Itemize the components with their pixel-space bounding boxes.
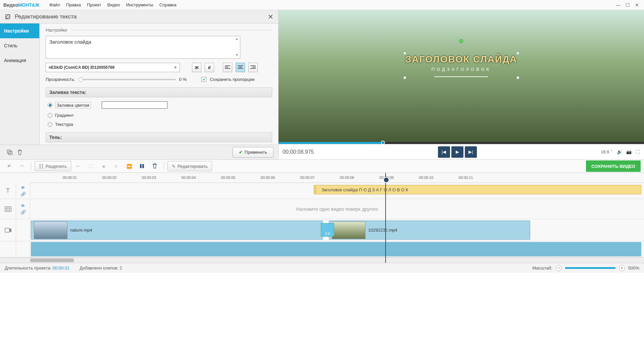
maximize-button[interactable]: ☐ [624, 1, 631, 9]
resize-handle-se[interactable] [516, 77, 519, 79]
text-track-icon: T [0, 183, 16, 199]
overlay-track: 👁 🔗 Наложите одно видео поверх другого [0, 199, 644, 219]
text-editor-dialog: Редактирование текста ✕ Настройки Стиль … [0, 10, 279, 159]
track-link-icon[interactable]: 🔗 [20, 192, 26, 197]
timeline-scrollbar[interactable] [0, 257, 644, 263]
svg-rect-2 [9, 151, 12, 155]
aspect-ratio-select[interactable]: 16:9 ˅ [601, 149, 613, 154]
scrollbar-thumb[interactable] [30, 258, 74, 262]
timeline-ruler[interactable]: 00:00:01 00:00:02 00:00:03 00:00:04 00:0… [30, 173, 644, 183]
align-left-button[interactable] [223, 63, 232, 72]
menu-video[interactable]: Видео [107, 2, 120, 7]
snapshot-icon[interactable]: 📷 [626, 149, 632, 154]
save-video-button[interactable]: СОХРАНИТЬ ВИДЕО [586, 160, 641, 172]
keep-aspect-checkbox[interactable]: ✔ [201, 77, 206, 82]
italic-button[interactable]: К [205, 63, 214, 72]
fill-color-label: Заливка цветом [55, 102, 91, 108]
volume-icon[interactable]: 🔊 [617, 149, 622, 154]
tab-settings[interactable]: Настройки [0, 23, 39, 38]
apply-button[interactable]: ✔ Применить [233, 147, 274, 158]
fill-color-swatch[interactable] [102, 101, 167, 109]
tab-style[interactable]: Стиль [0, 38, 39, 53]
zoom-in-button[interactable]: + [619, 265, 625, 271]
scroll-down-icon[interactable]: ▼ [235, 53, 239, 58]
tick: 00:00:08 [340, 176, 354, 180]
edit-icon [5, 14, 11, 20]
track-visibility-icon[interactable]: 👁 [21, 203, 25, 208]
fill-color-radio[interactable] [48, 103, 52, 107]
rotate-handle[interactable] [459, 39, 463, 43]
preview-pane: ЗАГОЛОВОК СЛАЙДА ПОДЗАГОЛОВОК 00:00:08.9… [279, 10, 644, 159]
minimize-button[interactable]: — [614, 1, 622, 9]
text-clip-label: Заголовок слайда П О Д З А Г О Л О В О К [321, 187, 408, 192]
chevron-down-icon: ▼ [174, 65, 178, 70]
menu-edit[interactable]: Правка [66, 2, 81, 7]
edit-clip-button[interactable]: ✎ Редактировать [167, 161, 212, 171]
resize-handle-ne[interactable] [516, 52, 519, 55]
next-frame-button[interactable]: ▶| [465, 146, 477, 158]
play-button[interactable]: ▶ [451, 146, 463, 158]
preview-timecode: 00:00:08.975 [283, 149, 314, 155]
main-menu: Файл Правка Проект Видео Инструменты Спр… [49, 2, 177, 7]
align-center-button[interactable] [236, 63, 245, 72]
opacity-slider[interactable] [79, 79, 176, 80]
clips-count: Добавлено клипов: 2 [80, 265, 122, 271]
undo-button[interactable]: ↶ [3, 161, 15, 171]
fill-gradient-radio[interactable] [48, 113, 52, 118]
apply-label: Применить [245, 150, 267, 155]
scroll-up-icon[interactable]: ▲ [235, 37, 239, 42]
preview-progress[interactable] [279, 142, 644, 144]
timeline-delete-button[interactable] [149, 161, 160, 171]
zoom-out-button[interactable]: − [556, 265, 562, 271]
tick: 00:00:02 [102, 176, 117, 180]
transition-block[interactable]: 2.0 [321, 223, 334, 237]
clip-thumbnail [34, 222, 67, 239]
menu-tools[interactable]: Инструменты [126, 2, 153, 7]
resize-handle-sw[interactable] [403, 77, 406, 79]
preview-video[interactable]: ЗАГОЛОВОК СЛАЙДА ПОДЗАГОЛОВОК [279, 10, 644, 142]
zoom-slider[interactable] [565, 267, 615, 269]
dialog-close-button[interactable]: ✕ [268, 13, 274, 21]
bold-button[interactable]: Ж [192, 63, 201, 72]
tick: 00:00:03 [142, 176, 156, 180]
video-track: nature.mp4 2.0 10292232.mp4 [0, 219, 644, 241]
video-track-icon [0, 219, 16, 241]
clip-name: 10292232.mp4 [368, 228, 397, 233]
text-clip[interactable]: Заголовок слайда П О Д З А Г О Л О В О К [314, 185, 641, 194]
track-visibility-icon[interactable]: 👁 [21, 185, 25, 190]
video-clip-1[interactable]: nature.mp4 [31, 220, 323, 240]
duplicate-button[interactable] [5, 147, 15, 157]
menu-help[interactable]: Справка [159, 2, 177, 7]
clip-drag-handle[interactable] [315, 186, 317, 193]
timeline: 00:00:01 00:00:02 00:00:03 00:00:04 00:0… [0, 173, 644, 263]
resize-handle-nw[interactable] [403, 52, 406, 55]
fullscreen-icon[interactable]: ⛶ [636, 149, 640, 154]
statusbar: Длительность проекта: 00:00:31 Добавлено… [0, 263, 644, 273]
tab-animation[interactable]: Анимация [0, 53, 39, 68]
font-select[interactable]: nESkiD (ComiCA BD) ID120055769 ▼ [46, 63, 180, 72]
preview-title-sub: ПОДЗАГОЛОВОК [405, 67, 517, 72]
audio-waveform[interactable] [31, 242, 641, 256]
clip-name: nature.mp4 [70, 228, 92, 233]
pencil-icon: ✎ [172, 164, 176, 169]
split-button[interactable]: ⎮⎮ Разделить [35, 161, 71, 171]
track-link-icon[interactable]: 🔗 [20, 210, 26, 215]
tick: 00:00:10 [419, 176, 434, 180]
align-right-button[interactable] [248, 63, 258, 72]
menu-file[interactable]: Файл [49, 2, 60, 7]
redo-button: ↷ [16, 161, 28, 171]
prev-frame-button[interactable]: |◀ [438, 146, 450, 158]
close-window-button[interactable]: ✕ [633, 1, 641, 9]
dialog-title: Редактирование текста [15, 13, 77, 20]
tick: 00:00:06 [261, 176, 275, 180]
title-text-input[interactable]: Заголовок слайда ▲ ▼ [46, 36, 240, 59]
delete-button[interactable] [15, 147, 25, 157]
video-clip-2[interactable]: 10292232.mp4 [329, 220, 530, 240]
effects-button[interactable] [136, 161, 148, 171]
menu-project[interactable]: Проект [87, 2, 101, 7]
playhead[interactable] [385, 173, 386, 263]
fill-texture-radio[interactable] [48, 122, 52, 127]
tick: 00:00:07 [300, 176, 315, 180]
title-overlay[interactable]: ЗАГОЛОВОК СЛАЙДА ПОДЗАГОЛОВОК [405, 54, 517, 77]
stop-button: ■ [98, 161, 109, 171]
